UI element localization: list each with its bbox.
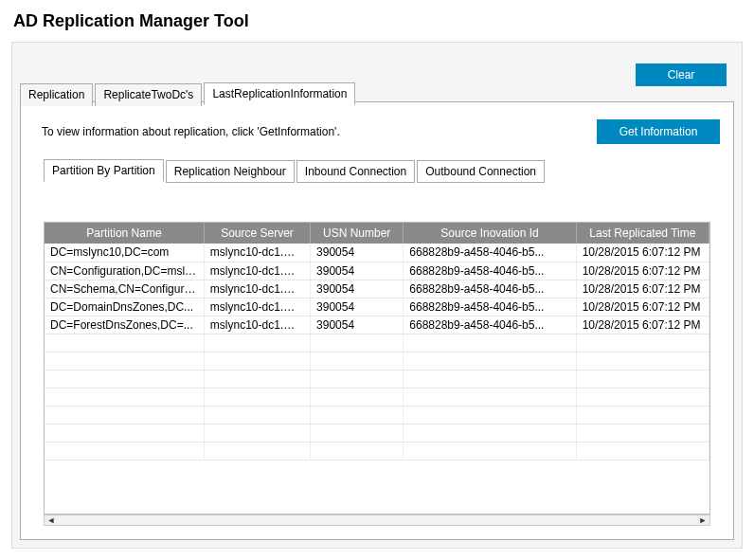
- cell: [576, 442, 709, 460]
- cell[interactable]: 390054: [311, 316, 404, 334]
- cell: [204, 370, 310, 388]
- cell[interactable]: DC=mslync10,DC=com: [45, 244, 204, 262]
- get-information-button[interactable]: Get Information: [597, 119, 720, 144]
- cell: [311, 388, 404, 406]
- cell: [576, 424, 709, 442]
- cell[interactable]: 668828b9-a458-4046-b5...: [404, 316, 576, 334]
- cell: [404, 424, 576, 442]
- cell: [204, 334, 310, 352]
- inner-tab-inbound-connection[interactable]: Inbound Connection: [296, 160, 415, 183]
- cell[interactable]: 668828b9-a458-4046-b5...: [404, 298, 576, 316]
- cell: [45, 442, 204, 460]
- cell: [45, 406, 204, 424]
- outer-tabs: ReplicationReplicateTwoDc'sLastReplicati…: [20, 82, 357, 105]
- info-row: To view information about replication, c…: [21, 102, 733, 150]
- column-header[interactable]: Source Inovation Id: [404, 223, 576, 244]
- column-header[interactable]: Last Replicated Time: [576, 223, 709, 244]
- cell: [404, 388, 576, 406]
- cell[interactable]: 10/28/2015 6:07:12 PM: [576, 262, 709, 280]
- cell[interactable]: CN=Configuration,DC=msly...: [45, 262, 204, 280]
- column-header[interactable]: Source Server: [204, 223, 310, 244]
- cell[interactable]: 10/28/2015 6:07:12 PM: [576, 244, 709, 262]
- table-row: [45, 334, 709, 352]
- table-row[interactable]: DC=mslync10,DC=commslync10-dc1.ms...3900…: [45, 244, 709, 262]
- table-row: [45, 352, 709, 370]
- cell: [576, 334, 709, 352]
- cell: [404, 334, 576, 352]
- cell[interactable]: mslync10-dc1.ms...: [204, 316, 310, 334]
- table-row[interactable]: CN=Schema,CN=Configura...mslync10-dc1.ms…: [45, 280, 709, 298]
- table-row[interactable]: DC=ForestDnsZones,DC=...mslync10-dc1.ms.…: [45, 316, 709, 334]
- cell: [45, 352, 204, 370]
- outer-tab-replication[interactable]: Replication: [20, 83, 93, 106]
- table-row[interactable]: CN=Configuration,DC=msly...mslync10-dc1.…: [45, 262, 709, 280]
- cell: [311, 370, 404, 388]
- cell: [576, 406, 709, 424]
- cell[interactable]: 668828b9-a458-4046-b5...: [404, 244, 576, 262]
- outer-tab-lastreplicationinformation[interactable]: LastReplicationInformation: [204, 82, 355, 105]
- cell[interactable]: 10/28/2015 6:07:12 PM: [576, 316, 709, 334]
- app-area: Clear ReplicationReplicateTwoDc'sLastRep…: [11, 42, 743, 549]
- cell[interactable]: mslync10-dc1.ms...: [204, 262, 310, 280]
- cell: [311, 352, 404, 370]
- inner-tab-replication-neighbour[interactable]: Replication Neighbour: [166, 160, 295, 183]
- cell: [404, 406, 576, 424]
- scroll-left-arrow[interactable]: ◄: [45, 515, 57, 525]
- cell: [45, 334, 204, 352]
- cell: [204, 406, 310, 424]
- cell: [204, 442, 310, 460]
- clear-button[interactable]: Clear: [636, 63, 727, 86]
- table-body: DC=mslync10,DC=commslync10-dc1.ms...3900…: [45, 244, 709, 460]
- cell[interactable]: CN=Schema,CN=Configura...: [45, 280, 204, 298]
- cell: [45, 388, 204, 406]
- cell[interactable]: 390054: [311, 262, 404, 280]
- main-panel: To view information about replication, c…: [20, 101, 734, 540]
- cell[interactable]: mslync10-dc1.ms...: [204, 280, 310, 298]
- cell[interactable]: mslync10-dc1.ms...: [204, 244, 310, 262]
- column-header[interactable]: Partition Name: [45, 223, 204, 244]
- cell: [311, 442, 404, 460]
- cell[interactable]: 390054: [311, 280, 404, 298]
- table-row: [45, 370, 709, 388]
- cell: [45, 370, 204, 388]
- table-row: [45, 424, 709, 442]
- cell[interactable]: 10/28/2015 6:07:12 PM: [576, 280, 709, 298]
- cell[interactable]: 668828b9-a458-4046-b5...: [404, 262, 576, 280]
- cell[interactable]: 668828b9-a458-4046-b5...: [404, 280, 576, 298]
- table-row[interactable]: DC=DomainDnsZones,DC...mslync10-dc1.ms..…: [45, 298, 709, 316]
- cell: [576, 388, 709, 406]
- replication-table: Partition NameSource ServerUSN NumberSou…: [45, 223, 709, 461]
- cell: [311, 334, 404, 352]
- horizontal-scrollbar[interactable]: ◄ ►: [44, 515, 710, 526]
- scroll-track[interactable]: [57, 516, 697, 524]
- scroll-right-arrow[interactable]: ►: [697, 515, 709, 525]
- cell: [311, 406, 404, 424]
- column-header[interactable]: USN Number: [311, 223, 404, 244]
- cell[interactable]: DC=ForestDnsZones,DC=...: [45, 316, 204, 334]
- cell: [404, 352, 576, 370]
- cell: [404, 442, 576, 460]
- table-row: [45, 388, 709, 406]
- cell[interactable]: 10/28/2015 6:07:12 PM: [576, 298, 709, 316]
- cell: [576, 352, 709, 370]
- info-text: To view information about replication, c…: [42, 125, 340, 138]
- cell[interactable]: 390054: [311, 244, 404, 262]
- cell: [204, 388, 310, 406]
- cell[interactable]: mslync10-dc1.ms...: [204, 298, 310, 316]
- data-grid: Partition NameSource ServerUSN NumberSou…: [44, 222, 710, 515]
- cell: [204, 352, 310, 370]
- inner-tab-partition-by-partition[interactable]: Partition By Partition: [44, 159, 164, 182]
- cell: [404, 370, 576, 388]
- cell: [45, 424, 204, 442]
- cell[interactable]: DC=DomainDnsZones,DC...: [45, 298, 204, 316]
- inner-tab-outbound-connection[interactable]: Outbound Connection: [417, 160, 545, 183]
- table-row: [45, 442, 709, 460]
- table-header-row: Partition NameSource ServerUSN NumberSou…: [45, 223, 709, 244]
- table-row: [45, 406, 709, 424]
- inner-tabs: Partition By PartitionReplication Neighb…: [44, 159, 733, 182]
- cell: [576, 370, 709, 388]
- cell[interactable]: 390054: [311, 298, 404, 316]
- outer-tab-replicatetwodc-s[interactable]: ReplicateTwoDc's: [95, 83, 202, 106]
- cell: [204, 424, 310, 442]
- page-title: AD Replication Manager Tool: [0, 0, 754, 41]
